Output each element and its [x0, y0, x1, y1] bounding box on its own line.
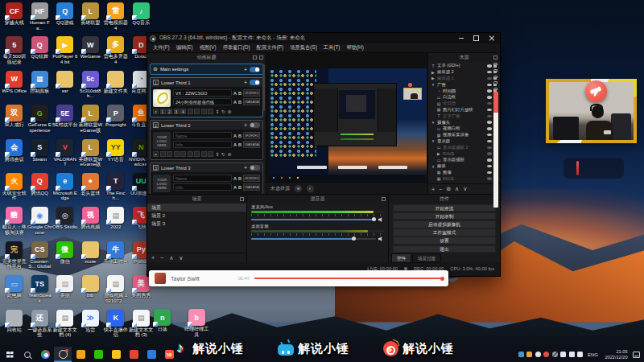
desktop-icon[interactable]: 还 一键还原系统: [27, 310, 53, 343]
taskbar-app-button[interactable]: [19, 347, 36, 362]
visibility-eye-icon[interactable]: [487, 121, 492, 124]
add-icon[interactable]: +: [244, 67, 247, 72]
visibility-eye-icon[interactable]: [487, 146, 492, 150]
obs-title-bar[interactable]: OBS 27.2.3 (64-bit, windows) - 配置文件: 未命名…: [147, 33, 500, 43]
visibility-eye-icon[interactable]: [487, 102, 492, 105]
tray-icon[interactable]: [535, 352, 541, 357]
control-button[interactable]: 启动虚拟摄像机: [393, 220, 496, 228]
source-row[interactable]: ▦ FACE: [428, 175, 500, 182]
info-field[interactable]: Info: [173, 141, 232, 148]
add-source-button[interactable]: +: [431, 187, 435, 192]
source-properties-button[interactable]: ⊛: [295, 185, 302, 192]
font-a-button[interactable]: A: [233, 134, 237, 138]
desktop-icon[interactable]: V VALORANT: [52, 139, 78, 173]
control-button[interactable]: 退出: [393, 245, 496, 253]
desktop-icon[interactable]: 牛 千牛工作台: [103, 241, 129, 275]
desktop-icon[interactable]: Q 腾讯QQ: [27, 173, 53, 207]
tray-icon[interactable]: [526, 352, 532, 357]
desktop-icon[interactable]: P Propnight: [103, 105, 129, 138]
mixer-dock-header[interactable]: 混音器: [247, 195, 388, 204]
lower-third-header[interactable]: 1 Lower Third 1 +: [151, 78, 262, 87]
desktop-icon[interactable]: Q QQ游戏: [52, 2, 78, 36]
move-down-button[interactable]: ∨: [179, 255, 183, 261]
move-down-button[interactable]: ∨: [463, 186, 467, 192]
name-color-chip[interactable]: #F2F2F2: [243, 132, 260, 139]
source-row[interactable]: ▾ 摄像头: [428, 119, 500, 125]
slot-button[interactable]: [208, 109, 213, 114]
source-row[interactable]: ◔ 时间圈: [428, 88, 500, 94]
visibility-eye-icon[interactable]: [487, 96, 492, 99]
source-row[interactable]: ▦ 视频采集设备: [428, 132, 500, 138]
source-row[interactable]: ▭ 显示器捕获 2: [428, 144, 500, 150]
dock-header-icons[interactable]: [253, 56, 263, 60]
tray-icon[interactable]: [518, 352, 524, 357]
move-up-button[interactable]: ∧: [169, 255, 173, 261]
desktop-icon[interactable]: ▦ 控制面板: [27, 71, 53, 105]
desktop-icon[interactable]: L 英雄联盟WeGame版: [78, 139, 104, 173]
desktop-icon[interactable]: 会 腾讯会议: [2, 139, 27, 173]
volume-slider[interactable]: [251, 238, 376, 240]
desktop-icon[interactable]: L 英雄联盟: [78, 2, 104, 36]
menu-item[interactable]: 停靠窗口(D): [220, 44, 254, 51]
tray-icon[interactable]: [577, 352, 583, 357]
font-b-button[interactable]: B: [238, 185, 242, 190]
font-b-button[interactable]: B: [238, 91, 242, 96]
font-b-button[interactable]: B: [238, 176, 242, 181]
info-field[interactable]: Info: [173, 183, 232, 191]
info-color-chip[interactable]: #5A5A5A: [243, 183, 260, 191]
speaker-icon[interactable]: [378, 237, 384, 241]
close-button[interactable]: [485, 34, 497, 43]
lower-third-toggle[interactable]: [250, 122, 260, 128]
name-field[interactable]: VX：ZZWCSGO: [173, 89, 232, 97]
desktop-icon[interactable]: ▤ 票据: [52, 275, 78, 309]
desktop-icon[interactable]: G GeForce Experience: [27, 105, 53, 138]
dock-tab[interactable]: 场景过渡: [412, 253, 441, 263]
desktop-icon[interactable]: 5E 5E对战平台: [52, 105, 78, 138]
refresh-icon[interactable]: ↻: [221, 151, 225, 157]
desktop-icon[interactable]: 多 雷电多开器4: [103, 36, 129, 70]
source-row[interactable]: ▭ 显示器捕获: [428, 157, 500, 163]
slot-button[interactable]: [160, 151, 166, 157]
menu-item[interactable]: 帮助(H): [343, 44, 366, 51]
taskbar-app-button[interactable]: [72, 347, 89, 362]
source-row[interactable]: ▦ 图像: [428, 170, 500, 176]
tray-icon[interactable]: [543, 352, 549, 357]
visibility-eye-icon[interactable]: [487, 109, 492, 112]
visibility-eye-icon[interactable]: [487, 158, 492, 162]
maximize-button[interactable]: [470, 34, 482, 43]
remove-scene-button[interactable]: −: [160, 255, 163, 261]
visibility-eye-icon[interactable]: [487, 64, 492, 68]
music-mini-player[interactable]: Taylor Swift 00:47: [149, 270, 448, 286]
lower-third-logo[interactable]: YOUR LOGO HERE: [153, 132, 171, 150]
desktop-icon[interactable]: CF 穿越火线: [2, 2, 27, 36]
name-color-chip[interactable]: #F2F2F2: [243, 89, 260, 97]
slot-button[interactable]: [188, 109, 193, 114]
control-button[interactable]: 设置: [393, 237, 496, 245]
control-button[interactable]: 开始推流: [393, 204, 496, 212]
visibility-eye-icon[interactable]: [487, 165, 492, 168]
desktop-icon[interactable]: ▶ PotPlayer 64 bit: [52, 36, 78, 70]
main-settings-row[interactable]: ⊛ Main settings +: [150, 64, 263, 75]
scenes-dock-header[interactable]: 场景: [147, 195, 246, 204]
lower-third-logo[interactable]: YOUR LOGO HERE: [153, 175, 171, 192]
scene-row[interactable]: 场景 2: [147, 212, 246, 220]
progress-bar[interactable]: [254, 278, 443, 279]
controls-dock-header[interactable]: 控件: [389, 195, 500, 204]
taskbar-app-button[interactable]: [107, 347, 125, 362]
font-a-button[interactable]: A: [233, 91, 237, 96]
desktop-icon[interactable]: 双 双人成行: [2, 105, 27, 138]
desktop-icon[interactable]: YY YY语音: [103, 139, 129, 173]
desktop-icon[interactable]: 回收站: [2, 310, 27, 343]
lock-icon[interactable]: [493, 84, 497, 87]
desktop-icon[interactable]: ● 老头篮球: [78, 173, 104, 207]
slot-button[interactable]: 2: [167, 109, 172, 114]
taskbar-app-button[interactable]: [36, 347, 54, 362]
font-b-button[interactable]: B: [238, 134, 242, 138]
taskbar-app-button[interactable]: [89, 347, 107, 362]
control-button[interactable]: 开始录制: [393, 212, 496, 220]
lower-third-header[interactable]: 3 Lower Third 3 +: [151, 163, 262, 172]
slot-button[interactable]: [188, 151, 193, 157]
desktop-icon[interactable]: ▭ 此电脑: [2, 275, 27, 309]
add-scene-button[interactable]: +: [151, 255, 155, 261]
remove-source-button[interactable]: −: [439, 187, 442, 192]
